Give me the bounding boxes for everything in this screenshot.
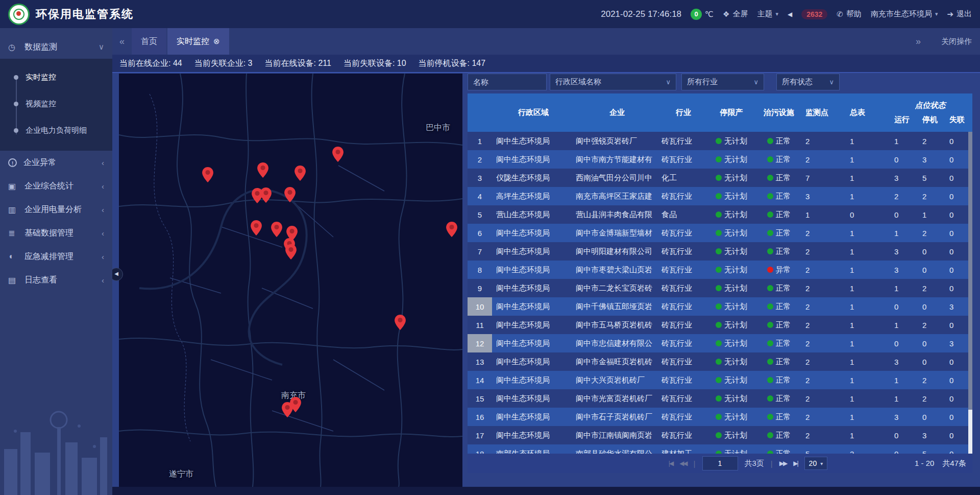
- table-row[interactable]: 14阆中生态环境局阆中大兴页岩机砖厂砖瓦行业无计划正常21120: [468, 371, 972, 389]
- map-pin-icon[interactable]: [332, 147, 344, 162]
- facility-status-label: 正常: [776, 192, 791, 201]
- first-page-button[interactable]: |◀: [669, 460, 673, 467]
- table-row[interactable]: 11阆中生态环境局阆中市五马桥页岩机砖砖瓦行业无计划正常21120: [468, 316, 972, 334]
- cell-stop-status: 无计划: [707, 224, 755, 242]
- status-dot-icon: [767, 193, 773, 199]
- table-row[interactable]: 8阆中生态环境局阆中市枣碧大梁山页岩砖瓦行业无计划异常21300: [468, 261, 972, 279]
- page-size-select[interactable]: 20 ▾: [804, 457, 828, 470]
- next-page-button[interactable]: ▶▶: [779, 460, 787, 467]
- cell-company: 营山县润丰肉食品有限: [575, 205, 659, 224]
- facility-status-label: 正常: [776, 394, 791, 404]
- map-pin-icon[interactable]: [260, 187, 272, 203]
- cell-run: 1: [892, 316, 920, 334]
- sidebar-item-基础数据管理[interactable]: ≣基础数据管理‹: [0, 221, 112, 245]
- datetime: 2021-02-25 17:46:18: [601, 9, 681, 19]
- sidebar-subitem-实时监控[interactable]: 实时监控: [0, 64, 112, 90]
- stop-status-label: 无计划: [724, 247, 747, 256]
- bullet-icon: [14, 75, 18, 80]
- sidebar-item-日志查看[interactable]: ▤日志查看‹: [0, 268, 112, 292]
- map-pin-icon[interactable]: [395, 315, 406, 330]
- cell-industry: 砖瓦行业: [659, 279, 707, 297]
- cell-meters: 1: [847, 389, 892, 408]
- cell-points: 2: [802, 371, 847, 389]
- table-row[interactable]: 12阆中生态环境局阆中市忠信建材有限公砖瓦行业无计划正常21003: [468, 334, 972, 352]
- region-filter-select[interactable]: 行政区域名称 ∨: [550, 74, 676, 90]
- cell-meters: 1: [847, 352, 892, 371]
- map-pin-icon[interactable]: [257, 162, 268, 178]
- close-operations-button[interactable]: 关闭操作: [941, 37, 972, 46]
- sidebar-item-label: 企业用电量分析: [24, 204, 102, 215]
- table-scrollbar-thumb[interactable]: [968, 410, 972, 454]
- tabs-scroll-right-icon[interactable]: »: [916, 36, 921, 47]
- map-pin-icon[interactable]: [271, 222, 282, 237]
- cell-company: 阆中市江南镇阆南页岩: [575, 426, 659, 444]
- cell-points: 2: [802, 224, 847, 242]
- map[interactable]: 巴中市南充市遂宁市: [119, 74, 462, 487]
- table-row[interactable]: 18南部生态环境局南部县砂华水泥有限公建材加工无计划正常52050: [468, 444, 972, 454]
- table-row[interactable]: 3仪陇生态环境局西南油气田分公司川中化工无计划正常71350: [468, 169, 972, 187]
- facility-status-label: 正常: [776, 320, 791, 330]
- sidebar-subitem-视频监控[interactable]: 视频监控: [0, 90, 112, 117]
- facility-status-label: 正常: [776, 431, 791, 440]
- status-dot-icon: [716, 414, 722, 420]
- table-row[interactable]: 16阆中生态环境局阆中市石子页岩机砖厂砖瓦行业无计划正常21300: [468, 408, 972, 426]
- cell-industry: 砖瓦行业: [659, 352, 707, 371]
- theme-dropdown[interactable]: 主题 ▾: [757, 9, 778, 19]
- map-pin-icon[interactable]: [295, 166, 306, 181]
- status-dot-icon: [767, 211, 773, 218]
- table-row[interactable]: 2阆中生态环境局阆中市南方节能建材有砖瓦行业无计划正常21030: [468, 150, 972, 169]
- fullscreen-button[interactable]: ❖ 全屏: [723, 9, 748, 19]
- table-row[interactable]: 5营山生态环境局营山县润丰肉食品有限食品无计划正常10010: [468, 205, 972, 224]
- city-label-遂宁市: 遂宁市: [169, 469, 193, 480]
- org-dropdown[interactable]: 南充市生态环境局 ▾: [871, 9, 938, 19]
- table-row[interactable]: 15阆中生态环境局阆中市光富页岩机砖厂砖瓦行业无计划正常21120: [468, 389, 972, 408]
- sidebar-item-企业异常[interactable]: !企业异常‹: [0, 151, 112, 174]
- tab-首页[interactable]: 首页: [132, 28, 166, 55]
- phone-icon: ✆: [837, 10, 843, 19]
- map-pin-icon[interactable]: [202, 167, 213, 182]
- table-row[interactable]: 4高坪生态环境局南充市高坪区王家店建砖瓦行业无计划正常31220: [468, 187, 972, 205]
- tab-实时监控[interactable]: 实时监控⊗: [167, 28, 229, 55]
- cell-lost: 0: [947, 389, 968, 408]
- industry-filter-select[interactable]: 所有行业 ∨: [681, 74, 764, 90]
- sidebar-item-企业综合统计[interactable]: ▣企业综合统计‹: [0, 174, 112, 198]
- name-filter-input[interactable]: [468, 74, 546, 90]
- cell-company: 阆中市金福旺页岩机砖: [575, 352, 659, 371]
- sidebar-subitem-企业电力负荷明细[interactable]: 企业电力负荷明细: [0, 117, 112, 144]
- cell-stop-status: 无计划: [707, 187, 755, 205]
- status-filter-select[interactable]: 所有状态 ∨: [776, 74, 840, 90]
- cell-industry: 砖瓦行业: [659, 132, 707, 150]
- table-row[interactable]: 6阆中生态环境局阆中市金博瑞新型墙材砖瓦行业无计划正常21120: [468, 224, 972, 242]
- close-tab-icon[interactable]: ⊗: [213, 37, 220, 46]
- table-row[interactable]: 13阆中生态环境局阆中市金福旺页岩机砖砖瓦行业无计划正常21300: [468, 352, 972, 371]
- help-button[interactable]: ✆ 帮助: [837, 9, 862, 19]
- cell-halt: 2: [920, 224, 947, 242]
- logout-button[interactable]: ➔ 退出: [947, 9, 972, 19]
- cell-company: 阆中市忠信建材有限公: [575, 334, 659, 352]
- last-page-button[interactable]: ▶|: [793, 460, 797, 467]
- tabs-scroll-left-icon[interactable]: «: [119, 36, 125, 47]
- prev-page-button[interactable]: ◀◀: [679, 460, 687, 467]
- table-row[interactable]: 1阆中生态环境局阆中强锐页岩砖厂砖瓦行业无计划正常21120: [468, 132, 972, 150]
- sidebar-item-数据监测[interactable]: ◷数据监测∨: [0, 35, 112, 59]
- table-row[interactable]: 10阆中生态环境局阆中千佛镇五郎垭页岩砖瓦行业无计划正常21003: [468, 297, 972, 316]
- sidebar-item-应急减排管理[interactable]: ◖应急减排管理‹: [0, 245, 112, 268]
- sidebar-item-企业用电量分析[interactable]: ▥企业用电量分析‹: [0, 198, 112, 221]
- map-pin-icon[interactable]: [284, 187, 296, 202]
- table-row[interactable]: 7阆中生态环境局阆中明阳建材有限公司砖瓦行业无计划正常21300: [468, 242, 972, 261]
- map-pin-icon[interactable]: [251, 220, 262, 235]
- page-number-input[interactable]: [702, 456, 738, 470]
- map-pin-icon[interactable]: [446, 222, 457, 237]
- map-pin-icon[interactable]: [282, 402, 293, 417]
- map-pin-icon[interactable]: [285, 244, 297, 260]
- industry-filter-value: 所有行业: [687, 77, 718, 87]
- cell-industry: 砖瓦行业: [659, 187, 707, 205]
- table-row[interactable]: 17阆中生态环境局阆中市江南镇阆南页岩砖瓦行业无计划正常21030: [468, 426, 972, 444]
- cell-company: 阆中市光富页岩机砖厂: [575, 389, 659, 408]
- mute-icon[interactable]: ◀: [788, 11, 792, 18]
- status-dot-icon: [716, 340, 722, 346]
- notification-badge[interactable]: 2632: [801, 9, 827, 19]
- cell-run: 1: [892, 389, 920, 408]
- table-row[interactable]: 9阆中生态环境局阆中市二龙长宝页岩砖砖瓦行业无计划正常21120: [468, 279, 972, 297]
- table-scrollbar-track[interactable]: [968, 132, 972, 454]
